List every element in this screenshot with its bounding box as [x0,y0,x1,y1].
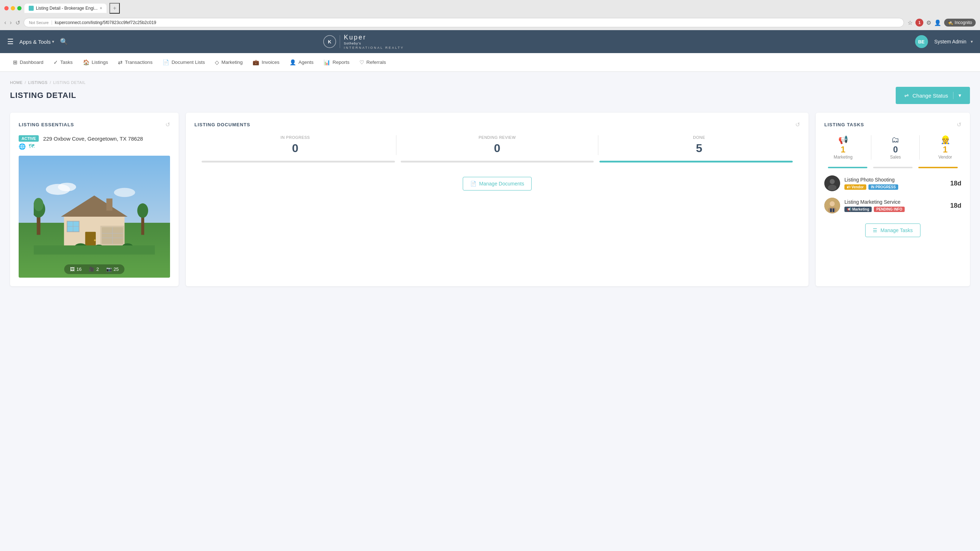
incognito-label: Incognito [955,20,972,25]
page-title: LISTING DETAIL [10,91,76,100]
forward-button[interactable]: › [10,19,11,26]
refresh-button[interactable]: ↺ [16,19,20,26]
tour-icon: 📷 [106,266,112,272]
manage-tasks-btn-wrap: ☰ Manage Tasks [824,220,961,237]
svg-point-17 [94,239,96,241]
breadcrumb-current: LISTING DETAIL [53,80,86,84]
nav-transactions-label: Transactions [125,59,153,65]
svg-rect-26 [34,245,155,254]
app-header: ☰ Apps & Tools ▾ 🔍 K Kuper Sotheby's INT… [0,30,980,53]
listing-documents-title: LISTING DOCUMENTS [194,122,250,127]
nav-tasks[interactable]: ✓ Tasks [49,53,77,72]
photo-icon: 🖼 [70,266,75,272]
app-logo: K Kuper Sotheby's INTERNATIONAL REALTY [323,33,404,50]
task-title-0: Listing Photo Shooting [845,177,946,183]
sales-task-bar [873,167,913,168]
logo-subtitle1: Sotheby's [344,41,404,46]
task-avatar-svg-1 [824,197,840,213]
done-bar-fill [600,161,793,162]
user-dropdown-icon[interactable]: ▾ [970,39,973,44]
nav-marketing[interactable]: ◇ Marketing [210,53,247,72]
svg-point-7 [34,198,43,211]
nav-reports-label: Reports [332,59,349,65]
active-status-badge: ACTIVE [19,135,39,142]
header-search-icon[interactable]: 🔍 [60,38,68,46]
manage-documents-button[interactable]: 📄 Manage Documents [463,177,531,191]
listing-documents-header: LISTING DOCUMENTS ↺ [194,121,800,128]
breadcrumb-home[interactable]: HOME [10,80,22,84]
listing-essentials-title: LISTING ESSENTIALS [19,122,74,127]
breadcrumb: HOME / LISTINGS / LISTING DETAIL [10,80,970,84]
nav-document-lists[interactable]: 📄 Document Lists [158,53,209,72]
in-progress-bar-wrap [202,161,395,162]
user-initials: BE [918,39,924,45]
logo-subtitle2: INTERNATIONAL REALTY [344,46,404,50]
tab-close-button[interactable]: × [100,6,102,11]
cards-grid: LISTING ESSENTIALS ↺ ACTIVE 229 Oxbow Co… [10,113,970,286]
video-count-item: 🎥 2 [89,266,99,272]
nav-transactions[interactable]: ⇄ Transactions [114,53,157,72]
photo-count-item: 🖼 16 [70,266,81,272]
address-bar[interactable]: Not Secure kuperconnect.com/listing/5f07… [24,18,904,27]
nav-dashboard[interactable]: ⊞ Dashboard [9,53,48,72]
listing-tasks-title: LISTING TASKS [824,122,864,127]
marketing-icon: ◇ [215,59,219,66]
back-button[interactable]: ‹ [4,19,6,26]
tasks-stat-divider1 [871,135,871,160]
dot-maximize[interactable] [17,6,22,10]
listing-documents-refresh-icon[interactable]: ↺ [795,121,800,128]
nav-agents-label: Agents [298,59,313,65]
logo-brand: Kuper [344,33,404,41]
tasks-stats: 📢 1 Marketing 🗂 0 Sales 👷 1 Vendor [824,135,961,160]
task-avatar-0 [824,175,840,191]
nav-agents[interactable]: 👤 Agents [285,53,318,72]
task-days-0: 18d [950,180,961,187]
browser-tab[interactable]: Listing Detail - Brokerage Engi... × [24,3,107,13]
bookmark-icon[interactable]: ☆ [908,19,913,26]
listing-tasks-header: LISTING TASKS ↺ [824,121,961,128]
tasks-icon: ✓ [53,59,58,66]
listing-tasks-refresh-icon[interactable]: ↺ [957,121,961,128]
vendor-task-stat: 👷 1 Vendor [939,135,952,160]
house-svg [34,168,155,266]
nav-tasks-label: Tasks [60,59,73,65]
nav-referrals-label: Referrals [366,59,386,65]
svg-point-29 [828,185,837,191]
pending-bar [401,161,594,162]
globe-icon[interactable]: 🌐 [19,143,26,150]
nav-referrals[interactable]: ♡ Referrals [355,53,390,72]
new-tab-button[interactable]: + [110,3,120,14]
document-lists-icon: 📄 [162,59,169,66]
dot-minimize[interactable] [11,6,15,10]
dot-close[interactable] [4,6,9,10]
in-progress-value: 0 [194,142,396,155]
svg-point-32 [828,207,837,213]
hamburger-menu-icon[interactable]: ☰ [7,37,14,46]
profile-icon[interactable]: 👤 [934,19,941,26]
change-status-label: Change Status [913,92,948,99]
extension-badge[interactable]: 1 [915,19,923,27]
manage-tasks-button[interactable]: ☰ Manage Tasks [865,223,920,237]
pending-review-label: PENDING REVIEW [396,135,598,140]
marketing-count: 1 [834,145,853,154]
listing-essentials-refresh-icon[interactable]: ↺ [165,121,170,128]
extensions-icon[interactable]: ⚙ [926,19,931,26]
manage-docs-btn-wrap: 📄 Manage Documents [194,177,800,191]
nav-reports[interactable]: 📊 Reports [319,53,354,72]
svg-point-4 [114,188,135,197]
task-progress-bars [824,167,961,168]
url-text: kuperconnect.com/listing/5f07823cc9fef72… [55,20,156,25]
marketing-task-label: Marketing [834,154,853,160]
breadcrumb-listings[interactable]: LISTINGS [28,80,48,84]
task-avatar-svg-0 [824,175,840,191]
nav-marketing-label: Marketing [221,59,242,65]
listings-icon: 🏠 [83,59,90,66]
done-stat: DONE 5 [598,135,800,155]
change-status-button[interactable]: ⇌ Change Status ▾ [896,87,970,104]
nav-dashboard-label: Dashboard [20,59,43,65]
nav-listings[interactable]: 🏠 Listings [78,53,113,72]
video-icon: 🎥 [89,266,94,272]
apps-tools-menu[interactable]: Apps & Tools ▾ [19,39,54,45]
nav-invoices[interactable]: 💼 Invoices [248,53,284,72]
map-icon[interactable]: 🗺 [29,143,35,150]
